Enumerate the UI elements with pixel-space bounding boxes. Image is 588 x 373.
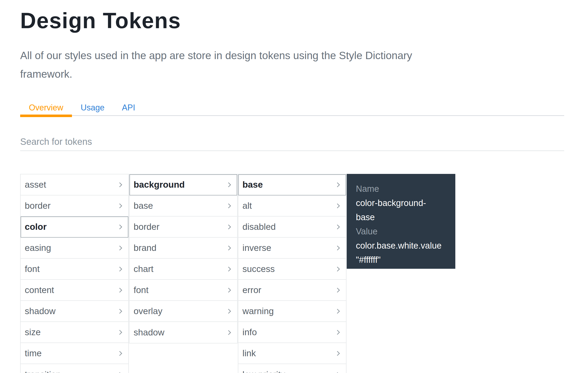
chevron-right-icon — [117, 267, 122, 271]
chevron-right-icon — [226, 288, 231, 292]
tab-api[interactable]: API — [113, 97, 144, 115]
tab-overview[interactable]: Overview — [20, 97, 72, 115]
category-item-label: shadow — [25, 306, 55, 316]
category-item-label: border — [25, 201, 51, 211]
variant-item-error[interactable]: error — [238, 280, 346, 301]
chevron-right-icon — [226, 267, 231, 271]
chevron-right-icon — [117, 245, 122, 250]
subcategory-item-label: chart — [134, 264, 154, 274]
category-item-label: content — [25, 285, 54, 295]
subcategory-item-overlay[interactable]: overlay — [129, 301, 237, 322]
variant-item-label: disabled — [242, 222, 276, 232]
variant-item-label: warning — [242, 306, 274, 316]
tab-usage[interactable]: Usage — [72, 97, 113, 115]
subcategory-item-label: overlay — [134, 306, 162, 316]
token-column-variants: base alt disabled inverse success error — [238, 174, 346, 373]
chevron-right-icon — [226, 182, 231, 187]
token-search — [20, 136, 564, 151]
search-input[interactable] — [20, 136, 564, 151]
subcategory-item-label: brand — [134, 243, 157, 253]
chevron-right-icon — [226, 330, 231, 335]
subcategory-item-label: base — [134, 201, 153, 211]
variant-item-info[interactable]: info — [238, 322, 346, 343]
variant-item-label: base — [242, 180, 263, 190]
variant-item-base[interactable]: base — [238, 174, 346, 196]
token-detail-panel: Name color-background-base Value color.b… — [347, 174, 455, 269]
category-item-color[interactable]: color — [21, 217, 128, 238]
variant-item-inverse[interactable]: inverse — [238, 238, 346, 259]
variant-item-alt[interactable]: alt — [238, 196, 346, 217]
chevron-right-icon — [117, 330, 122, 334]
category-item-label: font — [25, 264, 40, 274]
subcategory-item-label: background — [134, 180, 185, 190]
token-name-label: Name — [356, 182, 446, 196]
page-subtitle-line1: All of our styles used in the app are st… — [20, 46, 564, 65]
chevron-right-icon — [117, 372, 122, 373]
page-subtitle-line2: framework. — [20, 65, 564, 83]
subcategory-item-base[interactable]: base — [129, 196, 237, 217]
subcategory-item-shadow[interactable]: shadow — [129, 322, 237, 343]
token-value-value: color.base.white.value "#ffffff" — [356, 238, 446, 267]
category-item-time[interactable]: time — [21, 343, 128, 364]
token-browser: asset border color easing font content — [20, 174, 564, 373]
variant-item-label: inverse — [242, 243, 271, 253]
variant-item-disabled[interactable]: disabled — [238, 217, 346, 238]
chevron-right-icon — [117, 288, 122, 292]
variant-item-label: alt — [242, 201, 252, 211]
page-title: Design Tokens — [20, 7, 564, 34]
variant-item-label: success — [242, 264, 275, 274]
variant-item-success[interactable]: success — [238, 259, 346, 280]
subcategory-item-chart[interactable]: chart — [129, 259, 237, 280]
chevron-right-icon — [117, 351, 122, 356]
chevron-right-icon — [335, 182, 340, 187]
chevron-right-icon — [226, 224, 231, 229]
subcategory-item-brand[interactable]: brand — [129, 238, 237, 259]
subcategory-item-border[interactable]: border — [129, 217, 237, 238]
category-item-shadow[interactable]: shadow — [21, 301, 128, 322]
chevron-right-icon — [335, 351, 340, 356]
category-item-label: color — [25, 222, 47, 232]
chevron-right-icon — [117, 203, 122, 208]
category-item-label: transition — [25, 370, 61, 373]
variant-item-label: info — [242, 327, 257, 337]
chevron-right-icon — [335, 224, 340, 229]
category-item-label: size — [25, 327, 41, 337]
category-item-font[interactable]: font — [21, 259, 128, 280]
chevron-right-icon — [335, 309, 340, 313]
token-column-subcategories: background base border brand chart font — [129, 174, 238, 343]
chevron-right-icon — [335, 330, 340, 334]
variant-item-link[interactable]: link — [238, 343, 346, 364]
subcategory-item-label: shadow — [134, 327, 164, 338]
category-item-size[interactable]: size — [21, 322, 128, 343]
chevron-right-icon — [335, 288, 340, 292]
subcategory-item-label: font — [134, 285, 148, 295]
subcategory-item-label: border — [134, 222, 159, 232]
chevron-right-icon — [226, 309, 231, 313]
variant-item-label: low priority — [242, 370, 285, 373]
category-item-asset[interactable]: asset — [21, 174, 128, 196]
subcategory-item-font[interactable]: font — [129, 280, 237, 301]
token-name-value: color-background-base — [356, 196, 434, 224]
chevron-right-icon — [226, 203, 231, 208]
category-item-label: asset — [25, 180, 46, 190]
chevron-right-icon — [335, 372, 340, 373]
chevron-right-icon — [117, 309, 122, 313]
category-item-content[interactable]: content — [21, 280, 128, 301]
chevron-right-icon — [335, 267, 340, 271]
variant-item-label: link — [242, 348, 256, 358]
variant-item-warning[interactable]: warning — [238, 301, 346, 322]
category-item-border[interactable]: border — [21, 196, 128, 217]
subcategory-item-background[interactable]: background — [129, 174, 237, 196]
design-tokens-page: Design Tokens All of our styles used in … — [0, 0, 588, 373]
variant-item-label: error — [242, 285, 261, 295]
token-value-label: Value — [356, 224, 446, 238]
token-column-categories: asset border color easing font content — [20, 174, 129, 373]
chevron-right-icon — [117, 182, 122, 187]
variant-item-low-priority[interactable]: low priority — [238, 364, 346, 373]
category-item-easing[interactable]: easing — [21, 238, 128, 259]
category-item-label: time — [25, 348, 42, 358]
category-item-transition[interactable]: transition — [21, 364, 128, 373]
category-item-label: easing — [25, 243, 51, 253]
chevron-right-icon — [335, 245, 340, 250]
chevron-right-icon — [335, 203, 340, 208]
